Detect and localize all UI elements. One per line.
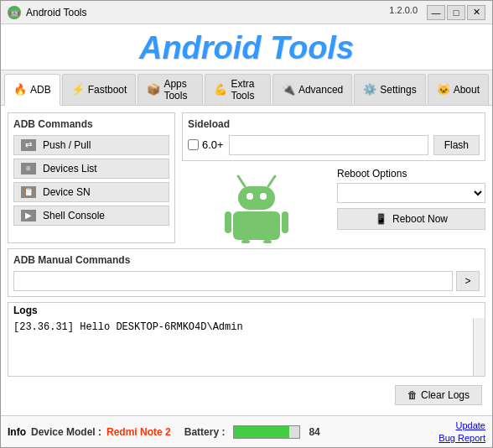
settings-tab-icon: ⚙️	[363, 83, 376, 96]
about-tab-icon: 🐱	[437, 83, 450, 96]
svg-rect-7	[282, 211, 288, 233]
battery-bar-container	[233, 425, 300, 439]
devices-list-icon: ≡	[21, 163, 36, 175]
tab-bar: 🔥 ADB ⚡ Fastboot 📦 Apps Tools 💪 Extra To…	[1, 70, 492, 106]
right-section: Sideload 6.0+ Flash	[182, 112, 485, 243]
android-robot-svg	[223, 168, 290, 243]
manual-commands-row: >	[13, 271, 480, 291]
sideload-checkbox-group: 6.0+	[188, 138, 224, 151]
about-tab-label: About	[454, 84, 480, 96]
main-content: ADB Commands ⇄ Push / Pull ≡ Devices Lis…	[1, 106, 492, 416]
battery-label: Battery :	[184, 426, 226, 438]
android-robot-container	[182, 168, 330, 243]
device-model-label: Device Model :	[31, 426, 101, 438]
tab-adb[interactable]: 🔥 ADB	[4, 74, 60, 106]
flash-button[interactable]: Flash	[433, 135, 480, 155]
clear-logs-label: Clear Logs	[421, 389, 470, 401]
minimize-button[interactable]: —	[427, 5, 445, 20]
reboot-options-label: Reboot Options	[337, 168, 485, 180]
apps-tools-tab-icon: 📦	[147, 83, 160, 96]
clear-logs-icon: 🗑	[407, 389, 418, 401]
update-bug-report-link[interactable]: UpdateBug Report	[439, 419, 485, 444]
version-label: 1.2.0.0	[389, 5, 418, 15]
manual-commands-section: ADB Manual Commands >	[8, 248, 485, 297]
devices-list-label: Devices List	[43, 163, 97, 175]
svg-rect-8	[241, 240, 250, 243]
info-bar: Info Device Model : Redmi Note 2 Battery…	[1, 415, 492, 447]
shell-console-button[interactable]: ▶ Shell Console	[13, 206, 169, 226]
tab-fastboot[interactable]: ⚡ Fastboot	[62, 74, 137, 105]
title-bar: 🤖 Android Tools 1.2.0.0 — □ ✕	[1, 1, 492, 24]
device-sn-label: Device SN	[43, 186, 91, 198]
title-bar-left: 🤖 Android Tools	[8, 6, 87, 19]
reboot-now-icon: 📱	[375, 213, 387, 225]
manual-command-input[interactable]	[13, 271, 453, 291]
clear-logs-button[interactable]: 🗑 Clear Logs	[395, 385, 482, 405]
adb-tab-label: ADB	[30, 84, 51, 96]
adb-commands-title: ADB Commands	[13, 118, 169, 130]
main-window: 🤖 Android Tools 1.2.0.0 — □ ✕ Android To…	[0, 0, 493, 448]
svg-line-1	[268, 176, 275, 186]
maximize-button[interactable]: □	[447, 5, 465, 20]
middle-area: Reboot Options System Recovery Bootloade…	[182, 168, 485, 243]
battery-bar	[234, 426, 289, 438]
push-pull-label: Push / Pull	[43, 139, 91, 151]
advanced-tab-label: Advanced	[298, 84, 343, 96]
reboot-now-button[interactable]: 📱 Reboot Now	[337, 208, 485, 230]
device-sn-button[interactable]: 📋 Device SN	[13, 182, 169, 202]
logs-title: Logs	[8, 303, 485, 318]
advanced-tab-icon: 🔌	[282, 83, 295, 96]
device-model-value: Redmi Note 2	[106, 426, 171, 438]
svg-rect-6	[225, 211, 231, 233]
svg-point-3	[246, 193, 253, 200]
svg-rect-9	[263, 240, 272, 243]
title-bar-text: Android Tools	[26, 7, 87, 18]
svg-rect-5	[233, 211, 280, 240]
push-pull-button[interactable]: ⇄ Push / Pull	[13, 135, 169, 155]
logs-scrollbar[interactable]	[473, 318, 485, 377]
battery-value: 84	[309, 426, 319, 438]
shell-console-icon: ▶	[21, 210, 36, 221]
fastboot-tab-label: Fastboot	[88, 84, 127, 96]
adb-commands-panel: ADB Commands ⇄ Push / Pull ≡ Devices Lis…	[8, 112, 175, 243]
logs-text: [23.36.31] Hello DESKTOP-6RMKO4D\Admin	[13, 321, 243, 333]
sideload-row: 6.0+ Flash	[188, 135, 480, 155]
svg-rect-2	[238, 186, 275, 210]
apps-tools-tab-label: Apps Tools	[163, 78, 194, 102]
devices-list-button[interactable]: ≡ Devices List	[13, 159, 169, 179]
tab-settings[interactable]: ⚙️ Settings	[354, 74, 425, 105]
sideload-60-label: 6.0+	[202, 138, 224, 151]
tab-apps-tools[interactable]: 📦 Apps Tools	[138, 74, 203, 105]
close-button[interactable]: ✕	[467, 5, 485, 20]
extra-tools-tab-label: Extra Tools	[231, 78, 261, 102]
info-label: Info	[8, 426, 26, 438]
sideload-section: Sideload 6.0+ Flash	[182, 112, 485, 161]
app-header: Android Tools	[1, 24, 492, 70]
top-section: ADB Commands ⇄ Push / Pull ≡ Devices Lis…	[8, 112, 485, 243]
tab-about[interactable]: 🐱 About	[428, 74, 489, 105]
sideload-title: Sideload	[188, 118, 480, 130]
reboot-options-section: Reboot Options System Recovery Bootloade…	[337, 168, 485, 243]
settings-tab-label: Settings	[380, 84, 416, 96]
reboot-now-label: Reboot Now	[392, 213, 448, 225]
reboot-options-select[interactable]: System Recovery Bootloader	[337, 183, 485, 203]
fastboot-tab-icon: ⚡	[71, 83, 85, 96]
app-icon: 🤖	[8, 6, 21, 19]
device-sn-icon: 📋	[21, 186, 36, 198]
logs-section: Logs [23.36.31] Hello DESKTOP-6RMKO4D\Ad…	[8, 302, 485, 378]
tab-advanced[interactable]: 🔌 Advanced	[272, 74, 352, 105]
logs-actions: 🗑 Clear Logs	[8, 382, 485, 409]
manual-commands-title: ADB Manual Commands	[13, 254, 480, 266]
title-bar-controls: — □ ✕	[427, 5, 485, 20]
tab-extra-tools[interactable]: 💪 Extra Tools	[205, 74, 270, 105]
extra-tools-tab-icon: 💪	[214, 83, 227, 96]
shell-console-label: Shell Console	[43, 210, 105, 221]
logs-content[interactable]: [23.36.31] Hello DESKTOP-6RMKO4D\Admin	[8, 318, 485, 377]
app-title: Android Tools	[1, 31, 492, 66]
sideload-60-checkbox[interactable]	[188, 139, 199, 150]
svg-point-4	[260, 193, 267, 200]
sideload-file-input[interactable]	[229, 135, 428, 155]
adb-tab-icon: 🔥	[13, 83, 27, 96]
svg-line-0	[238, 176, 245, 186]
run-command-button[interactable]: >	[456, 271, 480, 291]
